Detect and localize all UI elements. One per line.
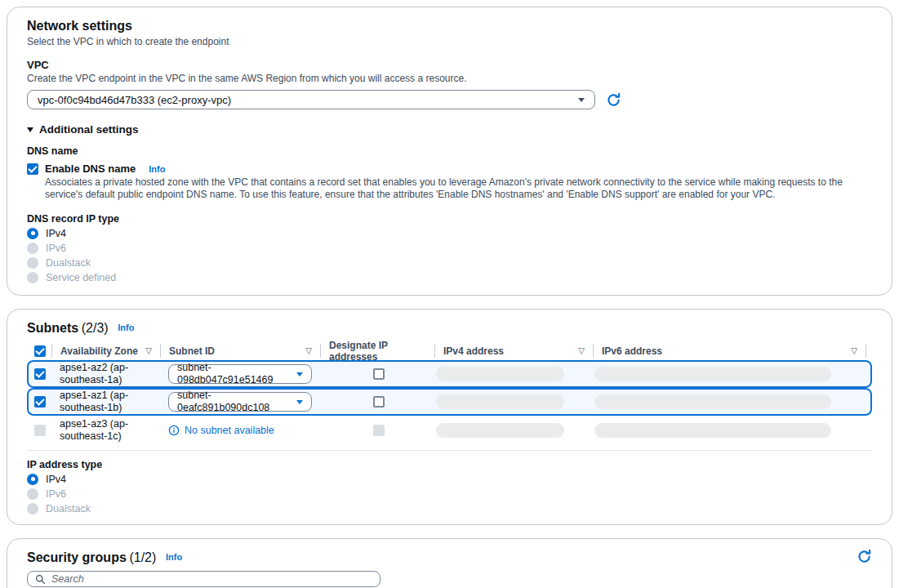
subnet-row-2-checkbox[interactable] [34,396,46,408]
column-label: Designate IP addresses [329,340,426,363]
vpc-label: VPC [27,59,872,71]
subnet-row-2-designate-checkbox[interactable] [373,396,385,408]
radio-disabled-icon [27,503,38,514]
dns-ip-option-ipv4[interactable]: IPv4 [27,227,872,239]
chevron-down-icon [578,98,585,102]
chevron-down-icon [296,372,303,376]
network-settings-subtitle: Select the VPC in which to create the en… [27,36,872,48]
no-subnet-available-label: No subnet available [185,425,274,437]
enable-dns-description: Associates a private hosted zone with th… [45,176,870,201]
subnets-card: Subnets (2/3) Info Availability Zone ▽ S… [7,309,892,525]
dns-ip-option-dualstack: Dualstack [27,256,872,269]
subnet-row-2[interactable]: apse1-az1 (ap-southeast-1b) subnet-0eafc… [27,388,872,416]
select-all-subnets-checkbox[interactable] [34,345,46,357]
subnets-table: Availability Zone ▽ Subnet ID ▽ Designat… [27,341,872,451]
refresh-vpc-button[interactable] [606,92,621,108]
ipv6-address-field-disabled [594,394,831,409]
radio-label: Dualstack [46,257,91,269]
subnets-title: Subnets [27,321,78,335]
additional-settings-expander[interactable]: Additional settings [27,123,872,136]
subnet-row-2-az: apse1-az1 (ap-southeast-1b) [53,390,162,414]
column-label: Availability Zone [60,345,138,357]
ip-address-type-label: IP address type [27,459,872,470]
radio-selected-icon[interactable] [27,228,38,239]
dns-ip-option-ipv6: IPv6 [27,242,872,254]
vpc-select-value: vpc-0f0c94bd46d47b333 (ec2-proxy-vpc) [38,94,231,106]
column-label: IPv6 address [602,345,662,357]
column-ipv4-address[interactable]: IPv4 address ▽ [434,344,593,358]
subnet-row-1-designate-checkbox[interactable] [373,368,385,380]
subnet-row-3-checkbox-disabled [34,425,46,436]
ipv6-address-field-disabled [594,367,831,381]
radio-label: IPv6 [46,488,66,500]
security-groups-search-box[interactable] [27,571,381,587]
radio-label: IPv6 [46,243,66,254]
search-input[interactable] [51,573,372,585]
security-groups-count: (1/2) [129,550,156,564]
column-label: IPv4 address [443,345,504,357]
radio-label: Dualstack [46,503,91,514]
column-subnet-id[interactable]: Subnet ID ▽ [160,344,320,358]
subnet-row-3: apse1-az3 (ap-southeast-1c) No subnet av… [27,416,872,445]
radio-disabled-icon [27,488,38,500]
column-label: Subnet ID [169,345,215,357]
sort-icon[interactable]: ▽ [851,347,857,355]
radio-label: IPv4 [46,228,66,239]
dns-ip-option-service-defined: Service defined [27,271,872,283]
radio-label: IPv4 [46,474,66,485]
subnet-row-1[interactable]: apse1-az2 (ap-southeast-1a) subnet-098db… [27,360,872,388]
info-circle-icon [168,425,180,436]
search-icon [35,574,46,585]
column-ipv6-address[interactable]: IPv6 address ▽ [593,344,866,358]
column-divider [866,344,872,358]
no-subnet-available-link[interactable]: No subnet available [168,425,274,437]
subnet-row-1-az: apse1-az2 (ap-southeast-1a) [53,362,162,386]
network-settings-card: Network settings Select the VPC in which… [7,7,892,296]
subnets-info-link[interactable]: Info [118,323,134,332]
enable-dns-name-label: Enable DNS name [45,163,136,175]
ipv6-address-field-disabled [594,423,831,438]
refresh-icon [606,92,621,108]
security-groups-info-link[interactable]: Info [166,552,182,562]
dns-record-ip-type-label: DNS record IP type [27,213,872,225]
subnet-row-1-checkbox[interactable] [34,368,46,380]
subnet-row-2-select[interactable]: subnet-0eafc891b090dc108 [168,392,312,412]
security-groups-title: Security groups [27,550,127,564]
additional-settings-label: Additional settings [39,123,139,136]
subnet-row-1-select[interactable]: subnet-098db047c91e51469 [168,364,312,384]
vpc-description: Create the VPC endpoint in the VPC in th… [27,73,872,85]
dns-name-label: DNS name [27,145,872,157]
sort-icon[interactable]: ▽ [305,347,312,355]
enable-dns-info-link[interactable]: Info [149,164,165,174]
radio-disabled-icon [27,243,38,254]
sort-icon[interactable]: ▽ [578,347,585,355]
subnet-row-3-az: apse1-az3 (ap-southeast-1c) [53,418,162,443]
enable-dns-name-checkbox[interactable] [27,163,38,175]
refresh-security-groups-button[interactable] [857,549,872,564]
subnet-row-3-designate-checkbox-disabled [373,425,385,436]
sort-icon[interactable]: ▽ [145,347,152,355]
subnets-count: (2/3) [82,321,109,335]
ipv4-address-field-disabled [436,367,564,381]
subnet-select-value: subnet-098db047c91e51469 [177,362,296,386]
ip-type-option-ipv6: IPv6 [27,488,872,500]
column-availability-zone[interactable]: Availability Zone ▽ [51,344,160,358]
column-designate-ip: Designate IP addresses [320,344,434,358]
refresh-icon [857,549,872,564]
security-groups-card: Security groups (1/2) Info VPC ID : vpc-… [7,538,892,588]
expander-arrow-icon [27,127,33,132]
vpc-select[interactable]: vpc-0f0c94bd46d47b333 (ec2-proxy-vpc) [27,90,595,109]
ip-type-option-ipv4[interactable]: IPv4 [27,473,872,485]
ipv4-address-field-disabled [436,394,564,409]
subnet-select-value: subnet-0eafc891b090dc108 [177,390,296,414]
ipv4-address-field-disabled [436,423,564,438]
radio-selected-icon[interactable] [27,474,38,485]
radio-disabled-icon [27,272,38,283]
subnets-table-header: Availability Zone ▽ Subnet ID ▽ Designat… [27,341,872,360]
ip-type-option-dualstack: Dualstack [27,502,872,514]
radio-label: Service defined [46,272,116,283]
chevron-down-icon [296,400,303,404]
radio-disabled-icon [27,257,38,269]
network-settings-title: Network settings [27,19,132,33]
